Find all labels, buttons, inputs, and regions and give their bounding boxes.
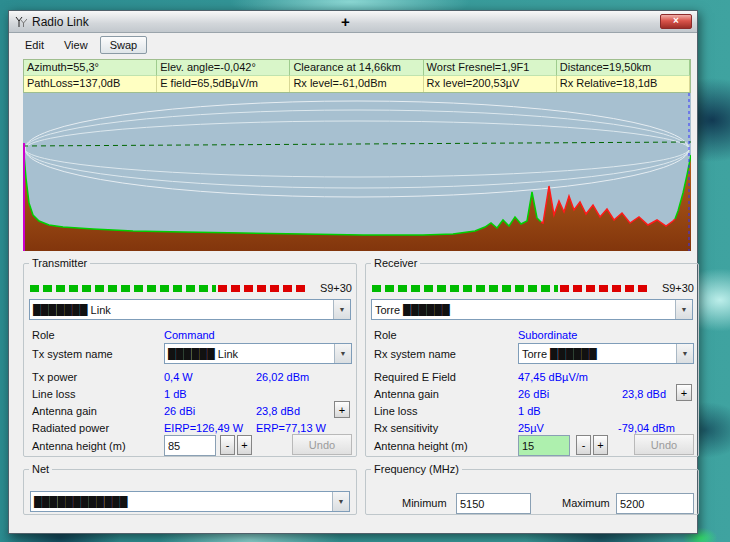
rx-meter-green-segments [372,285,558,292]
rx-system-label: Rx system name [374,348,456,361]
status-rx-relative: Rx Relative=18,1dB [557,76,690,92]
rx-meter-red-segments [560,285,648,292]
rx-gain-dbd: 23,8 dBd [622,388,666,401]
frequency-legend: Frequency (MHz) [371,463,462,475]
rx-gain-dbi: 26 dBi [518,388,549,401]
tx-radiated-power-label: Radiated power [32,422,109,435]
net-group: Net ████████████ ▼ [23,463,357,515]
tx-height-decrement-button[interactable]: - [220,435,235,455]
menubar: Edit View Swap [9,33,697,57]
rx-antenna-pattern-button[interactable]: + [676,384,692,401]
net-legend: Net [29,463,52,475]
close-button[interactable]: × [660,14,692,29]
rx-line-loss-label: Line loss [374,405,417,418]
tx-power-label: Tx power [32,371,77,384]
frequency-max-input[interactable] [616,493,694,514]
rx-required-efield-value: 47,45 dBµV/m [518,371,588,384]
net-value: ████████████ [31,496,332,508]
tx-system-select[interactable]: ██████ Link ▼ [164,343,352,364]
tx-smeter-label: S9+30 [320,282,352,294]
frequency-max-label: Maximum [562,497,610,510]
rx-smeter-label: S9+30 [662,282,694,294]
titlebar[interactable]: Radio Link + × [9,11,697,33]
rx-height-decrement-button[interactable]: - [576,435,591,455]
tx-meter-red-segments [218,285,306,292]
rx-undo-button[interactable]: Undo [634,434,694,455]
tx-unit-value: ███████ Link [30,304,333,316]
rx-system-select[interactable]: Torre ██████ ▼ [518,343,694,364]
tx-role-value: Command [164,329,215,342]
status-elev-angle: Elev. angle=-0,042° [157,60,290,76]
transmitter-group: Transmitter S9+30 ███████ Link ▼ Role Co… [23,257,357,457]
rx-role-value: Subordinate [518,329,577,342]
frequency-min-label: Minimum [402,497,447,510]
radio-link-window: Radio Link + × Edit View Swap Azimuth=55… [8,10,698,534]
tx-gain-dbd: 23,8 dBd [256,405,300,418]
status-efield: E field=65,5dBµV/m [157,76,290,92]
tx-role-label: Role [32,329,55,342]
status-azimuth: Azimuth=55,3° [24,60,157,76]
rx-role-label: Role [374,329,397,342]
tx-undo-button[interactable]: Undo [292,434,352,455]
menu-swap[interactable]: Swap [100,36,148,54]
status-distance: Distance=19,50km [557,60,690,76]
tx-antenna-height-label: Antenna height (m) [32,440,126,453]
tx-signal-meter: S9+30 [30,283,352,293]
tx-eirp-value: EIRP=126,49 W [164,422,243,435]
dropdown-arrow-icon[interactable]: ▼ [333,300,350,319]
tx-power-watts: 0,4 W [164,371,193,384]
window-title: Radio Link [32,15,89,29]
status-rx-level-dbm: Rx level=-61,0dBm [290,76,423,92]
net-select[interactable]: ████████████ ▼ [30,491,350,512]
tx-height-increment-button[interactable]: + [237,435,252,455]
rx-sensitivity-label: Rx sensitivity [374,422,438,435]
rx-antenna-height-input[interactable] [518,435,570,456]
dropdown-arrow-icon[interactable]: ▼ [676,344,693,363]
dropdown-arrow-icon[interactable]: ▼ [675,300,692,319]
tx-system-label: Tx system name [32,348,113,361]
rx-line-loss-value: 1 dB [518,405,541,418]
status-pathloss: PathLoss=137,0dB [24,76,157,92]
menu-view[interactable]: View [56,36,96,54]
tx-power-dbm: 26,02 dBm [256,371,309,384]
tx-antenna-height-input[interactable] [164,435,216,456]
rx-height-increment-button[interactable]: + [593,435,608,455]
rx-signal-meter: S9+30 [372,283,694,293]
dropdown-arrow-icon[interactable]: ▼ [332,492,349,511]
menu-edit[interactable]: Edit [17,36,52,54]
crosshair-cursor-icon: + [341,13,350,30]
tx-gain-dbi: 26 dBi [164,405,195,418]
rx-unit-value: Torre ██████ [372,304,675,316]
frequency-group: Frequency (MHz) Minimum Maximum [365,463,699,515]
receiver-legend: Receiver [371,257,420,269]
tx-meter-green-segments [30,285,216,292]
tx-unit-select[interactable]: ███████ Link ▼ [29,299,351,320]
status-rx-level-uv: Rx level=200,53µV [424,76,557,92]
receiver-group: Receiver S9+30 Torre ██████ ▼ Role Subor… [365,257,699,457]
tx-line-loss-label: Line loss [32,388,75,401]
rx-unit-select[interactable]: Torre ██████ ▼ [371,299,693,320]
frequency-min-input[interactable] [456,493,531,514]
tx-system-value: ██████ Link [165,348,334,360]
status-worst-fresnel: Worst Fresnel=1,9F1 [424,60,557,76]
terrain-profile-chart [23,93,691,251]
rx-sensitivity-uv: 25µV [518,422,544,435]
rx-antenna-gain-label: Antenna gain [374,388,439,401]
tx-line-loss-value: 1 dB [164,388,187,401]
rx-required-efield-label: Required E Field [374,371,456,384]
rx-antenna-height-label: Antenna height (m) [374,440,468,453]
dropdown-arrow-icon[interactable]: ▼ [334,344,351,363]
link-status-grid: Azimuth=55,3° Elev. angle=-0,042° Cleara… [23,59,691,93]
map-background: Radio Link + × Edit View Swap Azimuth=55… [0,0,730,542]
tx-antenna-gain-label: Antenna gain [32,405,97,418]
status-clearance: Clearance at 14,66km [290,60,423,76]
transmitter-legend: Transmitter [29,257,90,269]
rx-system-value: Torre ██████ [519,348,676,360]
radio-link-icon [14,15,27,28]
tx-antenna-pattern-button[interactable]: + [334,401,350,418]
